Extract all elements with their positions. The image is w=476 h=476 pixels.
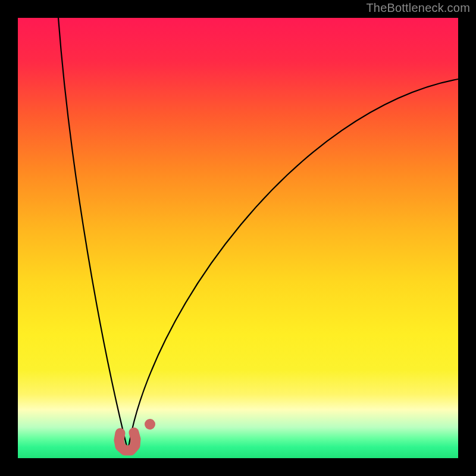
chart-frame: TheBottleneck.com [0,0,476,476]
plot-svg [18,18,458,458]
marker-dot [145,419,155,430]
watermark-text: TheBottleneck.com [366,1,470,15]
heat-background [18,18,458,458]
plot-area [18,18,458,458]
